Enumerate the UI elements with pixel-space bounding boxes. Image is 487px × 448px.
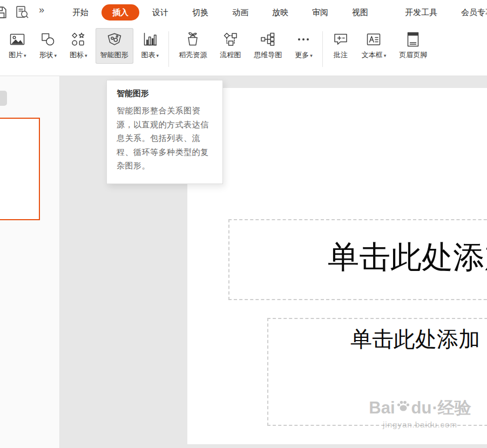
dropdown-caret-icon: ▾ <box>85 53 87 58</box>
subtitle-placeholder-text: 单击此处添加 <box>350 324 480 354</box>
icon-library-icon <box>70 31 86 47</box>
ribbon-button-label: 更多 <box>295 51 309 59</box>
tab-review[interactable]: 审阅 <box>300 0 340 24</box>
more-dots-icon <box>295 31 312 47</box>
dropdown-caret-icon: ▾ <box>24 53 26 58</box>
smart-graphic-icon <box>106 31 123 47</box>
ribbon-button-picture[interactable]: 图片▾ <box>4 28 31 64</box>
ribbon-button-mindmap[interactable]: 思维导图 <box>249 28 287 64</box>
ribbon-button-header-footer[interactable]: 页眉页脚 <box>394 28 432 64</box>
ribbon-button-more[interactable]: 更多▾ <box>290 28 317 64</box>
ribbon-button-label: 智能图形 <box>100 51 128 59</box>
ribbon-button-icon-library[interactable]: 图标▾ <box>65 28 92 64</box>
ribbon-button-label: 思维导图 <box>254 51 282 59</box>
tooltip-body: 智能图形整合关系图资源，以直观的方式表达信息关系。包括列表、流程、循环等多种类型… <box>117 104 213 173</box>
menu-bar: » 开始 插入 设计 切换 动画 放映 审阅 视图 开发工具 会员专享 <box>0 0 487 24</box>
tab-insert[interactable]: 插入 <box>102 4 139 21</box>
ribbon-button-shapes[interactable]: 形状▾ <box>35 28 62 64</box>
title-placeholder-text: 单击此处添加 <box>328 236 487 279</box>
dropdown-caret-icon: ▾ <box>384 53 387 58</box>
ribbon-button-docer-resources[interactable]: 稻壳资源 <box>174 28 212 64</box>
flowchart-icon <box>222 31 239 47</box>
dropdown-caret-icon: ▾ <box>310 53 313 58</box>
tab-animation[interactable]: 动画 <box>220 0 260 24</box>
header-footer-icon <box>405 31 421 47</box>
tab-member-exclusive[interactable]: 会员专享 <box>449 0 487 24</box>
textbox-icon <box>366 31 382 47</box>
comment-icon <box>333 31 349 47</box>
ribbon-insert: 图片▾ 形状▾ 图标▾ 智能图形 <box>0 24 487 76</box>
title-placeholder[interactable]: 单击此处添加 <box>228 219 487 300</box>
panel-collapse-handle[interactable] <box>0 91 7 106</box>
watermark-brand-prefix: Bai <box>369 398 395 418</box>
smart-graphic-tooltip: 智能图形 智能图形整合关系图资源，以直观的方式表达信息关系。包括列表、流程、循环… <box>106 80 223 184</box>
workspace: 单击此处添加 单击此处添加 Bai du ·经验 <box>0 76 487 448</box>
watermark-url: jingyan.baidu.com <box>347 420 487 429</box>
ribbon-button-smart-graphic[interactable]: 智能图形 <box>96 28 133 64</box>
tooltip-title: 智能图形 <box>117 89 213 99</box>
ribbon-button-label: 页眉页脚 <box>399 51 427 59</box>
tab-transition[interactable]: 切换 <box>180 0 220 24</box>
slide-thumbnail-selected[interactable] <box>0 118 40 220</box>
ribbon-button-label: 流程图 <box>220 51 241 59</box>
docer-store-icon <box>185 31 201 47</box>
ribbon-button-label: 形状 <box>39 51 53 59</box>
tab-slideshow[interactable]: 放映 <box>260 0 300 24</box>
save-icon[interactable] <box>0 5 8 19</box>
tab-view[interactable]: 视图 <box>340 0 380 24</box>
tab-design[interactable]: 设计 <box>140 0 180 24</box>
ribbon-button-label: 图片 <box>9 51 23 59</box>
menu-tabs: 开始 插入 设计 切换 动画 放映 审阅 视图 开发工具 会员专享 <box>60 0 487 24</box>
dropdown-caret-icon: ▾ <box>55 53 57 58</box>
ribbon-button-label: 图标 <box>70 51 84 59</box>
ribbon-button-chart[interactable]: 图表▾ <box>137 28 164 64</box>
ribbon-button-label: 图表 <box>141 51 155 59</box>
ribbon-button-textbox[interactable]: 文本框▾ <box>357 28 391 64</box>
dropdown-caret-icon: ▾ <box>157 53 159 58</box>
tab-developer-tools[interactable]: 开发工具 <box>393 0 449 24</box>
mindmap-icon <box>260 31 276 47</box>
baidu-jingyan-watermark: Bai du ·经验 jingyan.baidu.com <box>347 397 487 429</box>
watermark-brand-suffix: du <box>411 398 432 418</box>
ribbon-button-flowchart[interactable]: 流程图 <box>215 28 246 64</box>
ribbon-separator <box>322 31 323 67</box>
ribbon-button-comment[interactable]: 批注 <box>328 28 354 64</box>
ribbon-separator <box>168 31 169 67</box>
chart-icon <box>142 31 158 47</box>
ribbon-button-label: 文本框 <box>362 51 383 59</box>
tab-home[interactable]: 开始 <box>60 0 100 24</box>
shapes-icon <box>40 31 56 47</box>
slide-thumbnail-panel <box>0 76 60 448</box>
quick-access-toolbar: » <box>0 0 60 24</box>
toolbar-expand-chevron[interactable]: » <box>39 4 44 16</box>
print-preview-icon[interactable] <box>15 5 29 19</box>
picture-icon <box>9 31 25 47</box>
baidu-paw-icon <box>396 399 410 412</box>
wps-presentation-window: » 开始 插入 设计 切换 动画 放映 审阅 视图 开发工具 会员专享 图片▾ <box>0 0 487 448</box>
ribbon-button-label: 稻壳资源 <box>179 51 207 59</box>
ribbon-button-label: 批注 <box>334 51 348 59</box>
slide[interactable]: 单击此处添加 单击此处添加 Bai du ·经验 <box>187 88 487 444</box>
watermark-brand-cn: ·经验 <box>432 397 471 419</box>
